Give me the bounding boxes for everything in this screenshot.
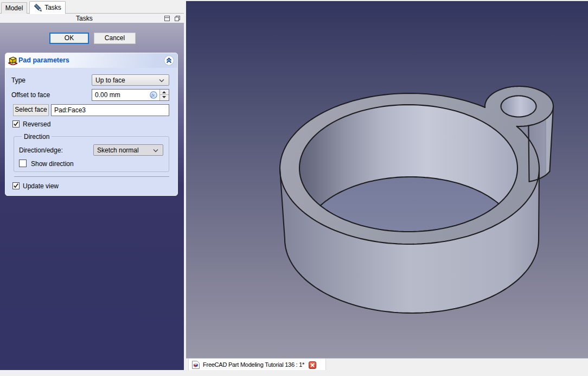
svg-text:fx: fx	[151, 93, 155, 98]
